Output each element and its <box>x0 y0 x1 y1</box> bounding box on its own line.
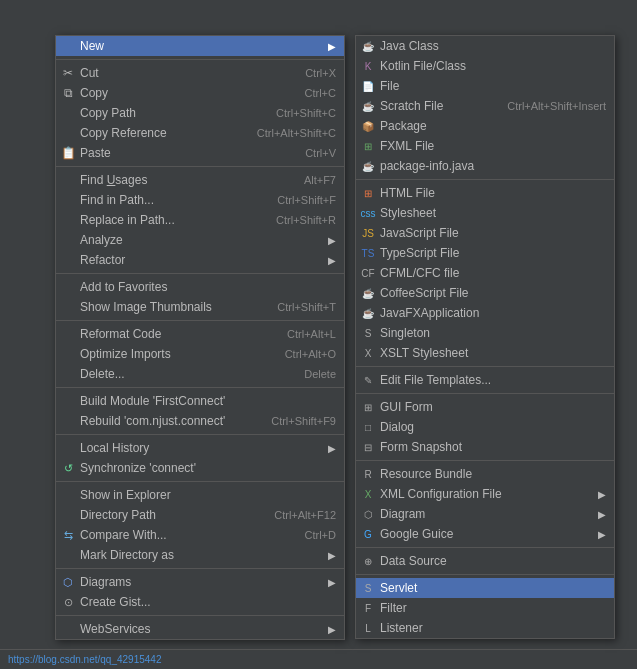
js-file-label: JavaScript File <box>380 226 459 240</box>
menu-item-rebuild[interactable]: Rebuild 'com.njust.connect' Ctrl+Shift+F… <box>56 411 344 431</box>
menu-item-add-favorites[interactable]: Add to Favorites <box>56 277 344 297</box>
submenu-xml-config[interactable]: X XML Configuration File ▶ <box>356 484 614 504</box>
fxml-file-icon: ⊞ <box>360 138 376 154</box>
submenu-stylesheet[interactable]: css Stylesheet <box>356 203 614 223</box>
menu-item-delete[interactable]: Delete... Delete <box>56 364 344 384</box>
separator-2 <box>56 166 344 167</box>
local-history-label: Local History <box>80 441 149 455</box>
cfml-file-label: CFML/CFC file <box>380 266 459 280</box>
submenu-servlet[interactable]: S Servlet <box>356 578 614 598</box>
copy-shortcut: Ctrl+C <box>285 87 336 99</box>
menu-item-cut[interactable]: ✂ Cut Ctrl+X <box>56 63 344 83</box>
menu-item-reformat[interactable]: Reformat Code Ctrl+Alt+L <box>56 324 344 344</box>
sub-sep-2 <box>356 366 614 367</box>
submenu-javafx-app[interactable]: ☕ JavaFXApplication <box>356 303 614 323</box>
diagrams-arrow: ▶ <box>318 577 336 588</box>
cut-shortcut: Ctrl+X <box>285 67 336 79</box>
data-source-icon: ⊕ <box>360 553 376 569</box>
menu-item-new[interactable]: New ▶ <box>56 36 344 56</box>
menu-item-paste[interactable]: 📋 Paste Ctrl+V <box>56 143 344 163</box>
xml-config-label: XML Configuration File <box>380 487 502 501</box>
stylesheet-icon: css <box>360 205 376 221</box>
mark-directory-label: Mark Directory as <box>80 548 174 562</box>
copy-path-shortcut: Ctrl+Shift+C <box>256 107 336 119</box>
submenu-package[interactable]: 📦 Package <box>356 116 614 136</box>
submenu-google-guice[interactable]: G Google Guice ▶ <box>356 524 614 544</box>
file-icon: 📄 <box>360 78 376 94</box>
find-in-path-shortcut: Ctrl+Shift+F <box>257 194 336 206</box>
stylesheet-label: Stylesheet <box>380 206 436 220</box>
menu-item-copy[interactable]: ⧉ Copy Ctrl+C <box>56 83 344 103</box>
submenu-kotlin-class[interactable]: K Kotlin File/Class <box>356 56 614 76</box>
menu-item-copy-path[interactable]: Copy Path Ctrl+Shift+C <box>56 103 344 123</box>
menu-item-build-module[interactable]: Build Module 'FirstConnect' <box>56 391 344 411</box>
submenu-ts-file[interactable]: TS TypeScript File <box>356 243 614 263</box>
menu-item-optimize[interactable]: Optimize Imports Ctrl+Alt+O <box>56 344 344 364</box>
directory-path-shortcut: Ctrl+Alt+F12 <box>254 509 336 521</box>
listener-icon: L <box>360 620 376 636</box>
xslt-stylesheet-label: XSLT Stylesheet <box>380 346 468 360</box>
menu-item-diagrams[interactable]: ⬡ Diagrams ▶ <box>56 572 344 592</box>
submenu-diagram[interactable]: ⬡ Diagram ▶ <box>356 504 614 524</box>
menu-item-analyze[interactable]: Analyze ▶ <box>56 230 344 250</box>
submenu-xslt-stylesheet[interactable]: X XSLT Stylesheet <box>356 343 614 363</box>
submenu-js-file[interactable]: JS JavaScript File <box>356 223 614 243</box>
menu-item-create-gist[interactable]: ⊙ Create Gist... <box>56 592 344 612</box>
menu-item-refactor[interactable]: Refactor ▶ <box>56 250 344 270</box>
new-arrow: ▶ <box>318 41 336 52</box>
submenu-pkg-info[interactable]: ☕ package-info.java <box>356 156 614 176</box>
menu-item-local-history[interactable]: Local History ▶ <box>56 438 344 458</box>
menu-item-mark-directory[interactable]: Mark Directory as ▶ <box>56 545 344 565</box>
submenu-file[interactable]: 📄 File <box>356 76 614 96</box>
status-bar: https://blog.csdn.net/qq_42915442 <box>0 649 637 669</box>
menu-item-show-explorer[interactable]: Show in Explorer <box>56 485 344 505</box>
menu-item-webservices[interactable]: WebServices ▶ <box>56 619 344 639</box>
submenu-dialog[interactable]: □ Dialog <box>356 417 614 437</box>
submenu-scratch-file[interactable]: ☕ Scratch File Ctrl+Alt+Shift+Insert <box>356 96 614 116</box>
add-favorites-label: Add to Favorites <box>80 280 167 294</box>
servlet-label: Servlet <box>380 581 417 595</box>
sync-icon: ↺ <box>60 460 76 476</box>
refactor-arrow: ▶ <box>318 255 336 266</box>
form-snapshot-label: Form Snapshot <box>380 440 462 454</box>
new-submenu: ☕ Java Class K Kotlin File/Class 📄 File … <box>355 35 615 639</box>
menu-item-find-in-path[interactable]: Find in Path... Ctrl+Shift+F <box>56 190 344 210</box>
separator-4 <box>56 320 344 321</box>
submenu-html-file[interactable]: ⊞ HTML File <box>356 183 614 203</box>
submenu-coffeescript-file[interactable]: ☕ CoffeeScript File <box>356 283 614 303</box>
submenu-fxml-file[interactable]: ⊞ FXML File <box>356 136 614 156</box>
optimize-label: Optimize Imports <box>80 347 171 361</box>
submenu-java-class[interactable]: ☕ Java Class <box>356 36 614 56</box>
rebuild-shortcut: Ctrl+Shift+F9 <box>251 415 336 427</box>
scratch-file-shortcut: Ctrl+Alt+Shift+Insert <box>487 100 606 112</box>
menu-item-synchronize[interactable]: ↺ Synchronize 'connect' <box>56 458 344 478</box>
submenu-cfml-file[interactable]: CF CFML/CFC file <box>356 263 614 283</box>
diagrams-label: Diagrams <box>80 575 131 589</box>
submenu-singleton[interactable]: S Singleton <box>356 323 614 343</box>
directory-path-label: Directory Path <box>80 508 156 522</box>
ts-file-icon: TS <box>360 245 376 261</box>
diagram-icon: ⬡ <box>360 506 376 522</box>
copy-reference-shortcut: Ctrl+Alt+Shift+C <box>237 127 336 139</box>
submenu-listener[interactable]: L Listener <box>356 618 614 638</box>
submenu-form-snapshot[interactable]: ⊟ Form Snapshot <box>356 437 614 457</box>
menu-item-directory-path[interactable]: Directory Path Ctrl+Alt+F12 <box>56 505 344 525</box>
submenu-gui-form[interactable]: ⊞ GUI Form <box>356 397 614 417</box>
menu-item-find-usages[interactable]: Find Usages Alt+F7 <box>56 170 344 190</box>
sub-sep-4 <box>356 460 614 461</box>
menu-item-replace-in-path[interactable]: Replace in Path... Ctrl+Shift+R <box>56 210 344 230</box>
submenu-data-source[interactable]: ⊕ Data Source <box>356 551 614 571</box>
mark-directory-arrow: ▶ <box>318 550 336 561</box>
menu-item-compare-with[interactable]: ⇆ Compare With... Ctrl+D <box>56 525 344 545</box>
separator-3 <box>56 273 344 274</box>
rebuild-label: Rebuild 'com.njust.connect' <box>80 414 225 428</box>
analyze-label: Analyze <box>80 233 123 247</box>
javafx-app-label: JavaFXApplication <box>380 306 479 320</box>
submenu-resource-bundle[interactable]: R Resource Bundle <box>356 464 614 484</box>
find-usages-shortcut: Alt+F7 <box>284 174 336 186</box>
menu-item-show-image[interactable]: Show Image Thumbnails Ctrl+Shift+T <box>56 297 344 317</box>
submenu-filter[interactable]: F Filter <box>356 598 614 618</box>
menu-item-copy-reference[interactable]: Copy Reference Ctrl+Alt+Shift+C <box>56 123 344 143</box>
compare-with-shortcut: Ctrl+D <box>285 529 336 541</box>
submenu-edit-templates[interactable]: ✎ Edit File Templates... <box>356 370 614 390</box>
